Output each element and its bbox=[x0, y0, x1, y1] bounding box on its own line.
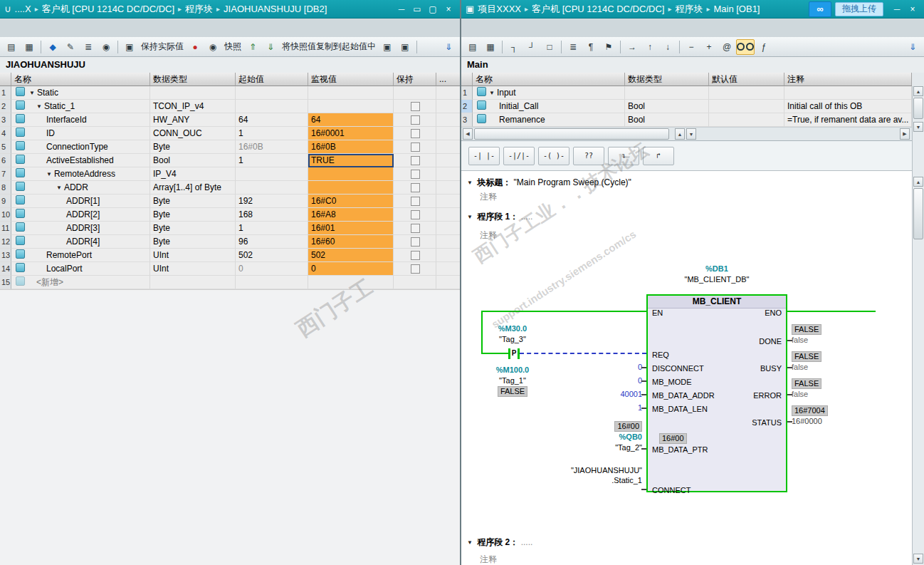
row-number[interactable]: 1 bbox=[461, 86, 473, 100]
expander-icon[interactable]: ▼ bbox=[36, 103, 42, 110]
reset-start-values-icon[interactable]: ◆ bbox=[44, 39, 61, 55]
row-number[interactable]: 9 bbox=[0, 195, 11, 208]
scroll-up-button[interactable]: ▲ bbox=[913, 177, 923, 187]
copy-snapshot-button[interactable]: 将快照值复制到起始值中 bbox=[280, 41, 378, 53]
monitor-cell[interactable] bbox=[308, 276, 394, 289]
monitoring-glasses-icon[interactable] bbox=[736, 39, 755, 55]
row-number[interactable]: 11 bbox=[0, 222, 11, 235]
network1-header[interactable]: ▼ 程序段 1： ..... bbox=[467, 211, 532, 223]
download-icon[interactable]: ⇓ bbox=[440, 39, 457, 55]
table-row[interactable]: 13 RemotePort UInt 502 502 bbox=[0, 249, 461, 262]
db-instance-address[interactable]: %DB1 bbox=[646, 264, 787, 273]
start-cell[interactable]: 0 bbox=[236, 262, 308, 276]
type-cell[interactable]: IP_V4 bbox=[150, 167, 236, 181]
type-cell[interactable]: Byte bbox=[150, 235, 236, 249]
expander-icon[interactable]: ▼ bbox=[29, 90, 35, 96]
start-cell[interactable] bbox=[236, 167, 308, 181]
table-row-selected[interactable]: 6 ActiveEstablished Bool 1 TRUE bbox=[0, 154, 461, 167]
breadcrumb-program-blocks[interactable]: 程序块 bbox=[185, 3, 213, 16]
edge-memory-tag[interactable]: "Tag_1" bbox=[470, 376, 555, 385]
type-cell[interactable]: Array[1..4] of Byte bbox=[150, 181, 236, 195]
row-number[interactable]: 6 bbox=[0, 154, 11, 167]
start-cell[interactable]: 64 bbox=[236, 113, 308, 127]
bookmark-icon[interactable]: ⚑ bbox=[600, 39, 617, 55]
mb-client-block[interactable]: MB_CLIENT EN ENO REQ DISCONNECT MB_MODE … bbox=[646, 294, 787, 492]
retain-checkbox[interactable] bbox=[411, 183, 420, 192]
ladder-tool-coil[interactable]: -( )- bbox=[538, 147, 569, 165]
absolute-operands-icon[interactable]: @ bbox=[718, 39, 735, 55]
retain-cell[interactable] bbox=[394, 181, 436, 195]
ptr-operand-tag[interactable]: "Tag_2" bbox=[557, 443, 642, 452]
float-button[interactable]: ▭ bbox=[410, 3, 424, 16]
start-cell[interactable]: 16#0B bbox=[236, 140, 308, 154]
retain-cell[interactable] bbox=[394, 222, 436, 235]
retain-checkbox[interactable] bbox=[411, 197, 420, 206]
download-icon[interactable]: ⇓ bbox=[904, 39, 921, 55]
minimize-button[interactable]: ─ bbox=[890, 3, 904, 16]
name-cell[interactable]: ADDR[3] bbox=[11, 222, 150, 235]
type-cell[interactable]: Byte bbox=[150, 140, 236, 154]
maximize-button[interactable]: ▢ bbox=[426, 3, 440, 16]
table-row[interactable]: 1 ▼Input bbox=[461, 86, 912, 100]
row-number[interactable]: 2 bbox=[0, 100, 11, 113]
monitor-cell[interactable]: 0 bbox=[308, 262, 394, 276]
insert-box-icon[interactable]: □ bbox=[541, 39, 558, 55]
retain-cell[interactable] bbox=[394, 262, 436, 276]
renumber-icon[interactable]: ≣ bbox=[565, 39, 582, 55]
table-row[interactable]: 2 ▼Static_1 TCON_IP_v4 bbox=[0, 100, 461, 113]
type-cell[interactable]: UInt bbox=[150, 262, 236, 276]
connect-operand-line1[interactable]: "JIAOHUANSHUJU" bbox=[557, 466, 642, 475]
default-cell[interactable] bbox=[709, 86, 784, 100]
network1-comment[interactable]: 注释 bbox=[480, 229, 497, 242]
expand-all-icon[interactable]: ≣ bbox=[80, 39, 97, 55]
name-cell[interactable]: ID bbox=[11, 127, 150, 140]
mb-data-len-value[interactable]: 1 bbox=[557, 403, 642, 412]
retain-cell[interactable] bbox=[394, 167, 436, 181]
retain-checkbox[interactable] bbox=[411, 142, 420, 152]
split-down-button[interactable]: ▼ bbox=[686, 128, 696, 140]
name-cell[interactable]: ▼Static_1 bbox=[11, 100, 150, 113]
connect-operand-line2[interactable]: .Static_1 bbox=[557, 476, 642, 484]
monitor-cell[interactable]: 16#60 bbox=[308, 235, 394, 249]
table-row[interactable]: 4 ID CONN_OUC 1 16#0001 bbox=[0, 127, 461, 140]
name-cell[interactable]: InterfaceId bbox=[11, 113, 150, 127]
p-contact[interactable]: P bbox=[508, 348, 520, 358]
name-cell[interactable]: ADDR[4] bbox=[11, 235, 150, 249]
name-cell[interactable]: Remanence bbox=[473, 113, 625, 127]
network2-comment[interactable]: 注释 bbox=[480, 554, 497, 565]
ladder-tool-contact-closed[interactable]: -|/|- bbox=[503, 147, 535, 165]
default-cell[interactable] bbox=[709, 113, 784, 127]
row-number[interactable]: 3 bbox=[461, 113, 473, 127]
add-new-label[interactable]: <新增> bbox=[36, 277, 63, 287]
retain-cell[interactable] bbox=[394, 235, 436, 249]
add-network-icon[interactable]: ▦ bbox=[482, 39, 499, 55]
retain-checkbox[interactable] bbox=[411, 237, 420, 247]
table-row[interactable]: 9 ADDR[1] Byte 192 16#C0 bbox=[0, 195, 461, 208]
network2-header[interactable]: ▼ 程序段 2： ..... bbox=[467, 537, 532, 549]
start-cell[interactable]: 1 bbox=[236, 222, 308, 235]
retain-checkbox[interactable] bbox=[411, 170, 420, 179]
name-cell[interactable]: ▼ADDR bbox=[11, 181, 150, 195]
copy-up-icon[interactable]: ⇑ bbox=[244, 39, 261, 55]
scrollbar-thumb[interactable] bbox=[474, 128, 669, 140]
collapse-icon[interactable]: ▼ bbox=[467, 539, 473, 546]
name-cell[interactable]: ▼Input bbox=[473, 86, 625, 100]
retain-checkbox[interactable] bbox=[411, 102, 420, 111]
split-up-button[interactable]: ▲ bbox=[675, 128, 685, 140]
mb-data-addr-value[interactable]: 40001 bbox=[557, 390, 642, 398]
retain-cell[interactable] bbox=[394, 100, 436, 113]
retain-cell[interactable] bbox=[394, 276, 436, 289]
comments-toggle-icon[interactable]: ¶ bbox=[582, 39, 599, 55]
type-cell[interactable]: Bool bbox=[625, 100, 709, 113]
type-cell[interactable]: TCON_IP_v4 bbox=[150, 100, 236, 113]
done-operand[interactable]: false bbox=[792, 336, 808, 344]
breadcrumb-ob[interactable]: Main [OB1] bbox=[713, 4, 760, 14]
req-operand-tag[interactable]: "Tag_3" bbox=[470, 335, 555, 343]
retain-checkbox[interactable] bbox=[411, 156, 420, 165]
goto-icon[interactable]: → bbox=[624, 39, 641, 55]
scroll-down-button[interactable]: ▼ bbox=[913, 122, 923, 132]
table-row[interactable]: 11 ADDR[3] Byte 1 16#01 bbox=[0, 222, 461, 235]
monitor-cell-selected[interactable]: TRUE bbox=[308, 154, 394, 167]
start-cell[interactable]: 192 bbox=[236, 195, 308, 208]
retain-cell[interactable] bbox=[394, 208, 436, 222]
